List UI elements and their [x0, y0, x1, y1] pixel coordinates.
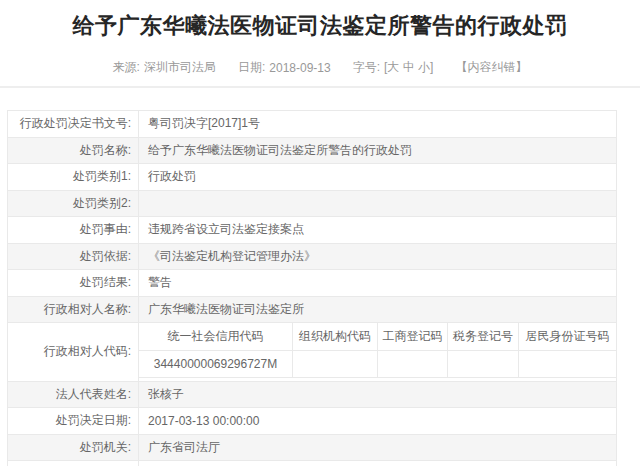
page-title: 给予广东华曦法医物证司法鉴定所警告的行政处罚	[0, 11, 640, 41]
table-row-decision-date: 处罚决定日期: 2017-03-13 00:00:00	[8, 408, 616, 435]
code-value-org-code	[293, 351, 378, 377]
table-row-penalty-basis: 处罚依据: 《司法鉴定机构登记管理办法》	[8, 244, 616, 271]
content-correction-link[interactable]: 【内容纠错】	[455, 59, 527, 76]
code-col-header: 税务登记号	[448, 323, 519, 351]
row-value: 张核子	[139, 382, 616, 408]
meta-source-value: 深圳市司法局	[144, 59, 216, 76]
meta-source-label: 来源:	[113, 59, 140, 76]
table-row-penalty-authority: 处罚机关: 广东省司法厅	[8, 435, 616, 462]
code-col-header: 工商登记码	[378, 323, 448, 351]
font-size-controls[interactable]: [大 中 小]	[384, 59, 433, 76]
meta-font-size: 字号: [大 中 小]	[353, 59, 434, 76]
row-value: 警告	[139, 270, 616, 296]
penalty-table: 行政处罚决定书文号: 粤司罚决字[2017]1号 处罚名称: 给予广东华曦法医物…	[7, 110, 617, 466]
table-row-penalty-result: 处罚结果: 警告	[8, 270, 616, 297]
row-label: 处罚类别1:	[8, 164, 139, 190]
header-divider	[0, 86, 640, 88]
row-label: 处罚名称:	[8, 138, 139, 164]
row-label: 处罚决定日期:	[8, 408, 139, 434]
table-row-penalty-reason: 处罚事由: 违规跨省设立司法鉴定接案点	[8, 217, 616, 244]
code-subtable-header-row: 统一社会信用代码 组织机构代码 工商登记码 税务登记号 居民身份证号码	[139, 323, 616, 351]
code-value-tax-reg	[448, 351, 519, 377]
code-subtable-value-row: 34440000069296727M	[139, 351, 616, 378]
table-row-category-2: 处罚类别2:	[8, 191, 616, 218]
row-value	[139, 461, 616, 466]
code-value-credit-code: 34440000069296727M	[139, 351, 293, 377]
row-value: 粤司罚决字[2017]1号	[139, 111, 616, 137]
meta-date: 日期: 2018-09-13	[238, 59, 331, 76]
code-value-id-number	[519, 351, 616, 377]
meta-date-label: 日期:	[238, 59, 265, 76]
table-row-party-name: 行政相对人名称: 广东华曦法医物证司法鉴定所	[8, 297, 616, 324]
row-value: 广东华曦法医物证司法鉴定所	[139, 297, 616, 323]
row-label: 行政处罚决定书文号:	[8, 111, 139, 137]
row-value	[139, 191, 616, 217]
row-label: 行政相对人名称:	[8, 297, 139, 323]
table-row-clipped	[8, 461, 616, 466]
row-label: 处罚机关:	[8, 435, 139, 461]
row-value: 广东省司法厅	[139, 435, 616, 461]
row-value: 行政处罚	[139, 164, 616, 190]
table-row-decision-number: 行政处罚决定书文号: 粤司罚决字[2017]1号	[8, 111, 616, 138]
row-value: 2017-03-13 00:00:00	[139, 408, 616, 434]
table-row-penalty-name: 处罚名称: 给予广东华曦法医物证司法鉴定所警告的行政处罚	[8, 138, 616, 165]
meta-date-value: 2018-09-13	[269, 61, 330, 75]
font-size-label: 字号:	[353, 59, 380, 76]
row-label: 法人代表姓名:	[8, 382, 139, 408]
meta-bar: 来源: 深圳市司法局 日期: 2018-09-13 字号: [大 中 小] 【内…	[0, 59, 640, 76]
row-value: 《司法鉴定机构登记管理办法》	[139, 244, 616, 270]
code-subtable-wrap: 统一社会信用代码 组织机构代码 工商登记码 税务登记号 居民身份证号码 3444…	[139, 323, 616, 381]
code-col-header: 居民身份证号码	[519, 323, 616, 351]
row-value: 给予广东华曦法医物证司法鉴定所警告的行政处罚	[139, 138, 616, 164]
row-value: 违规跨省设立司法鉴定接案点	[139, 217, 616, 243]
code-subtable: 统一社会信用代码 组织机构代码 工商登记码 税务登记号 居民身份证号码 3444…	[139, 323, 616, 378]
row-label: 处罚依据:	[8, 244, 139, 270]
row-label: 行政相对人代码:	[8, 323, 139, 381]
row-label: 处罚类别2:	[8, 191, 139, 217]
penalty-detail-page: 给予广东华曦法医物证司法鉴定所警告的行政处罚 来源: 深圳市司法局 日期: 20…	[0, 0, 640, 466]
table-row-legal-representative: 法人代表姓名: 张核子	[8, 382, 616, 409]
table-row-category-1: 处罚类别1: 行政处罚	[8, 164, 616, 191]
meta-source: 来源: 深圳市司法局	[113, 59, 216, 76]
code-col-header: 统一社会信用代码	[139, 323, 293, 351]
code-col-header: 组织机构代码	[293, 323, 378, 351]
row-label	[8, 461, 139, 466]
code-value-business-reg	[378, 351, 448, 377]
table-row-party-codes: 行政相对人代码: 统一社会信用代码 组织机构代码 工商登记码 税务登记号 居民身…	[8, 323, 616, 382]
row-label: 处罚结果:	[8, 270, 139, 296]
row-label: 处罚事由:	[8, 217, 139, 243]
